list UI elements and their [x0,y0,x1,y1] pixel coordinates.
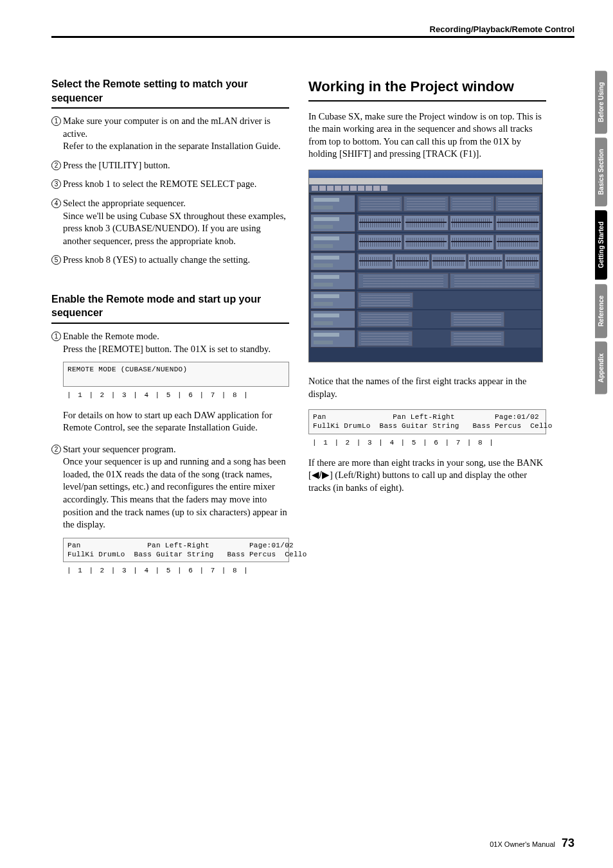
step-body: Enable the Remote mode. [63,331,159,341]
text-fragment: ] (Left/Right) buttons to call up and di… [308,470,527,493]
section2-title: Enable the Remote mode and start up your… [51,292,289,320]
section1-underline [51,107,289,109]
main-title: Working in the Project window [308,77,546,102]
step-number: 4 [51,199,61,208]
header-rule [51,36,574,38]
tab-appendix[interactable]: Appendix [595,342,607,394]
section2-underline [51,323,289,324]
step-body: Start your sequencer program. [63,444,176,454]
step: 1 Make sure your computer is on and the … [51,115,289,153]
intro-paragraph: In Cubase SX, make sure the Project wind… [308,111,546,161]
step: 2 Press the [UTILITY] button. [51,159,289,172]
knob-numbers: | 1 | 2 | 3 | 4 | 5 | 6 | 7 | 8 | [308,438,546,448]
tab-getting-started[interactable]: Getting Started [595,210,607,279]
footer-label: 01X Owner's Manual [490,840,555,848]
step: 3 Press knob 1 to select the REMOTE SELE… [51,178,289,191]
tab-reference[interactable]: Reference [595,284,607,338]
step: 5 Press knob 8 (YES) to actually change … [51,254,289,267]
step-number: 2 [51,161,61,170]
step: 1 Enable the Remote mode. Press the [REM… [51,330,289,355]
tab-before-using[interactable]: Before Using [595,71,607,134]
section1-title: Select the Remote setting to match your … [51,77,289,105]
step-number: 5 [51,255,61,265]
cubase-project-window-screenshot [308,170,543,362]
knob-numbers: | 1 | 2 | 3 | 4 | 5 | 6 | 7 | 8 | [63,391,289,400]
step: 2 Start your sequencer program. Once you… [51,443,289,531]
step: 4 Select the appropriate sequencer. Sinc… [51,197,289,247]
step-number: 1 [51,332,61,341]
lcd-line2 [67,375,263,382]
step-number: 3 [51,179,61,189]
step-number: 2 [51,445,61,454]
paragraph: For details on how to start up each DAW … [63,409,289,434]
step-sub: Since we'll be using Cubase SX throughou… [63,211,286,246]
step-number: 1 [51,116,61,126]
step-body: Press knob 1 to select the REMOTE SELECT… [63,178,289,191]
header-breadcrumb: Recording/Playback/Remote Control [51,24,574,36]
lcd-line1: Pan Pan Left-Right Page:01/02 [67,542,294,549]
tab-basics-section[interactable]: Basics Section [595,137,607,206]
step-body: Make sure your computer is on and the mL… [63,116,271,139]
paragraph: If there are more than eight tracks in y… [308,457,546,495]
lcd-line2: FullKi DrumLo Bass Guitar String Bass Pe… [67,551,312,558]
step-body: Select the appropriate sequencer. [63,198,186,208]
bank-left-right-icon: ◀/▶ [312,469,330,482]
step-body: Press knob 8 (YES) to actually change th… [63,254,289,267]
lcd-line1: Pan Pan Left-Right Page:01/02 [313,413,539,421]
lcd-line1: REMOTE MODE (CUBASE/NUENDO) [67,366,263,373]
step-body: Press the [UTILITY] button. [63,159,289,172]
lcd-display: REMOTE MODE (CUBASE/NUENDO) [63,362,289,387]
page-number: 73 [562,837,574,850]
knob-numbers: | 1 | 2 | 3 | 4 | 5 | 6 | 7 | 8 | [63,566,289,576]
step-sub: Once your sequencer is up and running an… [63,456,287,529]
section-tabs: Before Using Basics Section Getting Star… [595,71,613,398]
lcd-display: Pan Pan Left-Right Page:01/02 FullKi Dru… [63,538,289,563]
left-column: Select the Remote setting to match your … [51,77,289,585]
paragraph: Notice that the names of the first eight… [308,375,546,400]
lcd-display: Pan Pan Left-Right Page:01/02 FullKi Dru… [308,409,546,434]
page-footer: 01X Owner's Manual 73 [490,837,574,850]
lcd-line2: FullKi DrumLo Bass Guitar String Bass Pe… [313,422,557,430]
step-sub: Press the [REMOTE] button. The 01X is se… [63,344,271,354]
right-column: Working in the Project window In Cubase … [308,77,546,585]
step-sub: Refer to the explanation in the separate… [63,141,281,151]
